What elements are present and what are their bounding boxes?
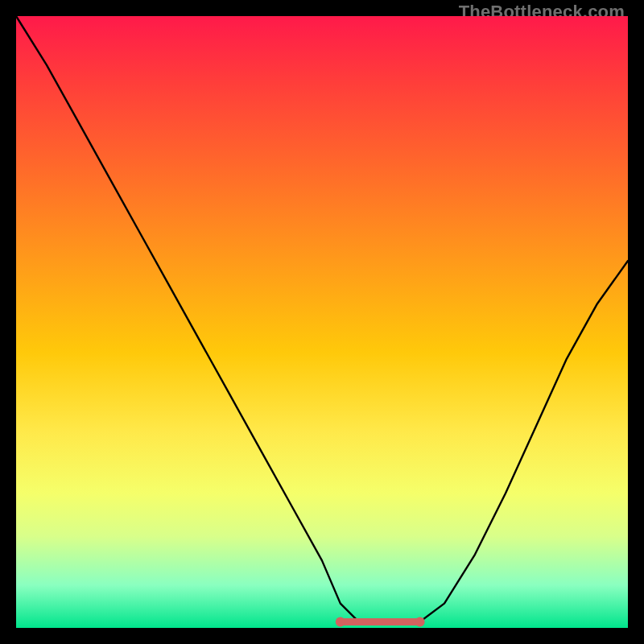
chart-frame: TheBottleneck.com xyxy=(0,0,644,644)
plot-area xyxy=(16,16,628,628)
svg-point-1 xyxy=(415,617,425,626)
bottleneck-curve xyxy=(16,16,628,628)
svg-point-0 xyxy=(336,617,345,626)
